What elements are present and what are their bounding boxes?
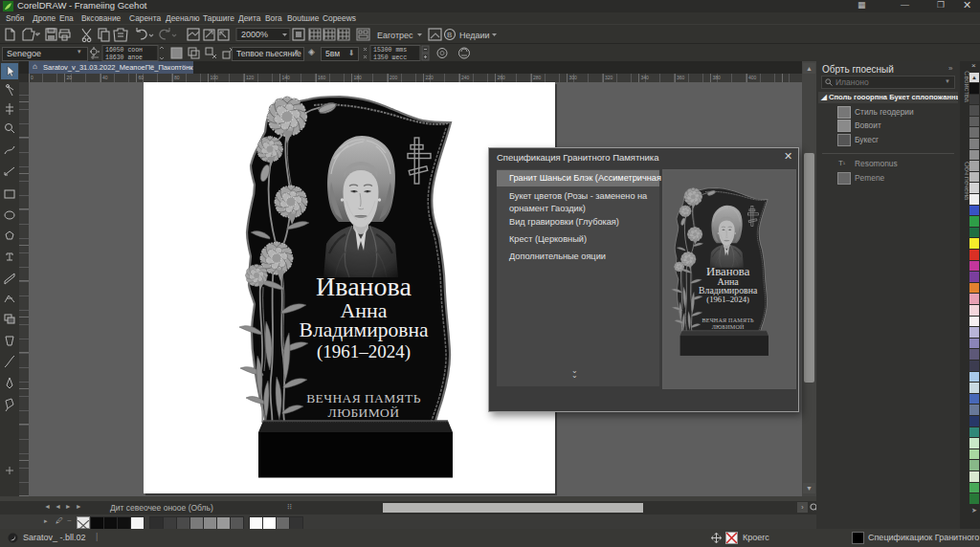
svg-text:1350 шесс: 1350 шесс — [373, 55, 407, 61]
svg-text:16050 соон: 16050 соон — [105, 47, 143, 54]
svg-text:Еаготрес: Еаготрес — [377, 31, 413, 40]
svg-text:B: B — [447, 31, 452, 39]
svg-text:15300 mms: 15300 mms — [373, 47, 407, 54]
svg-text:2000%: 2000% — [241, 30, 268, 39]
svg-text:Недаии: Недаии — [459, 31, 490, 40]
svg-text:18630 апое: 18630 апое — [105, 55, 143, 61]
